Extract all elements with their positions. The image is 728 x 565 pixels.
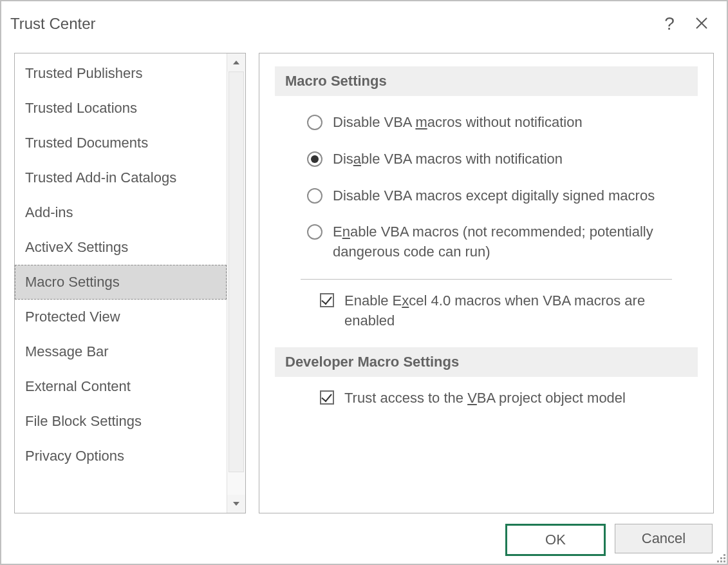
macro-radio-2[interactable]: Disable VBA macros except digitally sign… [307,181,680,218]
sidebar-item-privacy-options[interactable]: Privacy Options [15,439,227,474]
excel4-macros-checkbox[interactable] [320,293,334,307]
sidebar-item-trusted-publishers[interactable]: Trusted Publishers [15,56,227,91]
sidebar-scrollbar[interactable] [227,53,245,513]
sidebar-item-trusted-locations[interactable]: Trusted Locations [15,91,227,126]
radio-button[interactable] [307,151,322,167]
macro-radio-1[interactable]: Disable VBA macros with notification [307,144,680,181]
radio-label: Disable VBA macros except digitally sign… [333,186,655,206]
sidebar-item-macro-settings[interactable]: Macro Settings [15,265,227,300]
sidebar-item-message-bar[interactable]: Message Bar [15,334,227,369]
close-icon[interactable] [686,11,718,37]
sidebar-item-activex-settings[interactable]: ActiveX Settings [15,230,227,265]
resize-grip-icon[interactable] [715,552,725,562]
scrollbar-thumb[interactable] [229,72,244,472]
svg-marker-3 [233,502,239,506]
divider [301,279,672,280]
sidebar-list: Trusted PublishersTrusted LocationsTrust… [15,53,227,513]
trust-vba-checkbox[interactable] [320,390,334,405]
radio-button[interactable] [307,115,322,130]
macro-radio-group: Disable VBA macros without notificationD… [275,108,680,274]
titlebar: Trust Center ? [1,1,727,46]
sidebar-item-protected-view[interactable]: Protected View [15,300,227,334]
sidebar-item-trusted-add-in-catalogs[interactable]: Trusted Add-in Catalogs [15,160,227,195]
radio-button[interactable] [307,188,322,204]
radio-label: Disable VBA macros without notification [333,113,583,133]
trust-vba-checkbox-row[interactable]: Trust access to the VBA project object m… [275,388,680,408]
radio-button[interactable] [307,224,322,240]
trust-center-dialog: Trust Center ? Trusted PublishersTrusted… [0,0,728,565]
dialog-title: Trust Center [10,15,653,33]
radio-label: Disable VBA macros with notification [333,149,563,169]
excel4-macros-checkbox-row[interactable]: Enable Excel 4.0 macros when VBA macros … [275,291,680,331]
sidebar-item-add-ins[interactable]: Add-ins [15,195,227,230]
sidebar: Trusted PublishersTrusted LocationsTrust… [14,53,246,513]
settings-panel: Macro Settings Disable VBA macros withou… [259,53,714,513]
section-developer-title: Developer Macro Settings [275,347,698,377]
footer: OK Cancel [1,516,727,564]
sidebar-item-external-content[interactable]: External Content [15,369,227,404]
svg-marker-2 [233,61,239,64]
section-macro-settings-title: Macro Settings [275,66,698,96]
cancel-button[interactable]: Cancel [615,524,713,553]
ok-button[interactable]: OK [505,524,606,556]
excel4-macros-label: Enable Excel 4.0 macros when VBA macros … [344,291,680,331]
scroll-down-icon[interactable] [227,495,245,513]
trust-vba-label: Trust access to the VBA project object m… [344,388,626,408]
sidebar-item-trusted-documents[interactable]: Trusted Documents [15,126,227,160]
sidebar-item-file-block-settings[interactable]: File Block Settings [15,404,227,439]
radio-label: Enable VBA macros (not recommended; pote… [333,222,680,262]
content-area: Trusted PublishersTrusted LocationsTrust… [1,46,727,516]
scrollbar-track[interactable] [227,72,245,495]
macro-radio-0[interactable]: Disable VBA macros without notification [307,108,680,144]
help-icon[interactable]: ? [653,11,686,37]
scroll-up-icon[interactable] [227,53,245,72]
macro-radio-3[interactable]: Enable VBA macros (not recommended; pote… [307,217,680,274]
